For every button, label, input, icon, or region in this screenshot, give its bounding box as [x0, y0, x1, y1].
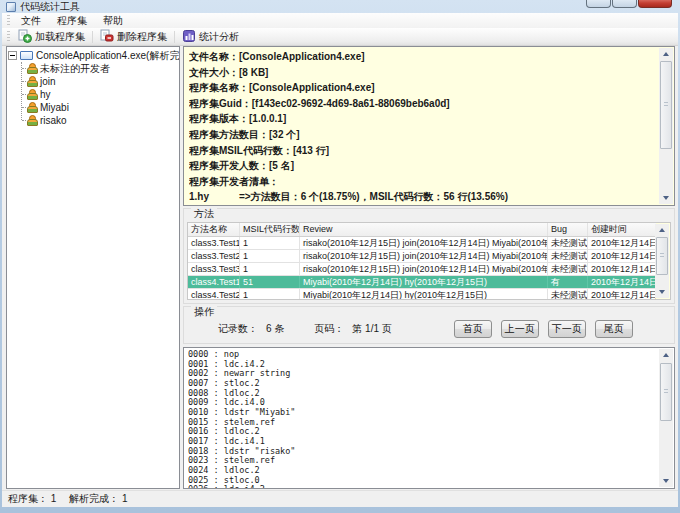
cell-review: risako(2010年12月15日) join(2010年12月14日) Mi…: [300, 263, 548, 275]
info-scrollbar[interactable]: [659, 48, 673, 204]
methods-table-rows: class3.Test1 1 risako(2010年12月15日) join(…: [188, 237, 656, 299]
methods-group: 方法 方法名称 MSIL代码行数 Review Bug 创建时间 cla: [183, 208, 675, 304]
statistics-label: 统计分析: [199, 30, 239, 44]
info-line: 1.hy =>方法数目：6 个(18.75%)，MSIL代码行数：56 行(13…: [189, 189, 656, 205]
pager-buttons: 首页 上一页 下一页 尾页: [454, 320, 633, 338]
scrollbar-thumb[interactable]: [656, 237, 668, 275]
developer-icon: [27, 102, 37, 113]
cell-review: risako(2010年12月15日) join(2010年12月14日) Mi…: [300, 250, 548, 262]
info-line: 程序集名称：[ConsoleApplication4.exe]: [189, 80, 656, 96]
minimize-button[interactable]: [586, 0, 611, 8]
info-line: 程序集开发者清单：: [189, 174, 656, 190]
cell-method-name: class3.Test3: [188, 263, 240, 275]
arrow-up-icon: [663, 52, 669, 56]
msil-code-panel[interactable]: 0000 : nop 0001 : ldc.i4.2 0002 : newarr…: [183, 347, 675, 489]
table-row[interactable]: class3.Test1 1 risako(2010年12月15日) join(…: [188, 237, 656, 250]
cell-msil-lines: 51: [240, 276, 300, 288]
load-assembly-button[interactable]: 加载程序集: [13, 29, 90, 45]
page-button[interactable]: 首页: [454, 320, 492, 338]
toolbar: 加载程序集 删除程序集 统计分析: [2, 28, 678, 46]
column-header-method-name[interactable]: 方法名称: [188, 223, 240, 236]
info-line: 程序集MSIL代码行数：[413 行]: [189, 143, 656, 159]
page-button[interactable]: 上一页: [501, 320, 539, 338]
cell-created: 2010年12月14日: [588, 237, 656, 249]
menu-assembly[interactable]: 程序集: [49, 13, 95, 29]
operations-group-label: 操作: [191, 306, 217, 318]
column-header-created[interactable]: 创建时间: [588, 223, 656, 236]
assembly-info-lines: 文件名称：[ConsoleApplication4.exe] 文件大小：[8 K…: [189, 49, 656, 205]
delete-assembly-label: 删除程序集: [117, 30, 167, 44]
cell-method-name: class3.Test2: [188, 250, 240, 262]
statistics-button[interactable]: 统计分析: [177, 29, 244, 45]
column-header-bug[interactable]: Bug: [548, 223, 588, 236]
scrollbar-thumb[interactable]: [660, 61, 672, 149]
cell-bug: 未经测试: [548, 289, 588, 299]
info-line: 程序集Guid：[f143ec02-9692-4d69-8a61-88069be…: [189, 96, 656, 112]
tree-item-label: risako: [40, 115, 67, 126]
table-row[interactable]: class4.Test1 51 Miyabi(2010年12月14日) hy(2…: [188, 276, 656, 289]
tree-item-developer[interactable]: Miyabi: [8, 101, 178, 114]
developer-icon: [27, 89, 37, 100]
methods-table-body: 方法名称 MSIL代码行数 Review Bug 创建时间 class3.Tes…: [188, 223, 656, 299]
toolbar-separator: [92, 31, 93, 43]
methods-group-label: 方法: [191, 208, 217, 220]
cell-method-name: class4.Test2: [188, 289, 240, 299]
tree-item-label: hy: [40, 89, 51, 100]
scroll-down-button[interactable]: [659, 192, 673, 204]
info-line: 文件大小：[8 KB]: [189, 65, 656, 81]
methods-table[interactable]: 方法名称 MSIL代码行数 Review Bug 创建时间 class3.Tes…: [187, 222, 671, 300]
cell-msil-lines: 1: [240, 289, 300, 299]
tree-item-developer[interactable]: 未标注的开发者: [8, 62, 178, 75]
cell-review: Miyabi(2010年12月14日) hy(2010年12月15日): [300, 276, 548, 288]
info-line: 程序集版本：[1.0.0.1]: [189, 111, 656, 127]
tree-item-developer[interactable]: hy: [8, 88, 178, 101]
tree-collapse-icon[interactable]: [8, 51, 17, 60]
scroll-up-button[interactable]: [659, 48, 673, 60]
scroll-up-button[interactable]: [655, 224, 669, 236]
status-text: 程序集： 1 解析完成： 1: [8, 492, 127, 506]
cell-msil-lines: 1: [240, 263, 300, 275]
scroll-down-button[interactable]: [659, 475, 673, 487]
tree-item-label: 未标注的开发者: [40, 62, 110, 76]
scrollbar-thumb[interactable]: [660, 363, 672, 421]
tree-root-label: ConsoleApplication4.exe(解析完成): [36, 49, 180, 63]
info-line: 程序集开发人数：[5 名]: [189, 158, 656, 174]
delete-assembly-button[interactable]: 删除程序集: [95, 29, 172, 45]
toolbar-grip: [7, 31, 10, 42]
tree-item-developer[interactable]: risako: [8, 114, 178, 127]
cell-created: 2010年12月14日: [588, 263, 656, 275]
page-button[interactable]: 尾页: [595, 320, 633, 338]
table-scrollbar[interactable]: [655, 224, 669, 298]
methods-table-header: 方法名称 MSIL代码行数 Review Bug 创建时间: [188, 223, 656, 237]
developer-icon: [27, 63, 37, 74]
column-header-msil-lines[interactable]: MSIL代码行数: [240, 223, 300, 236]
cell-review: Miyabi(2010年12月14日) hy(2010年12月15日): [300, 289, 548, 299]
client-area: 文件 程序集 帮助 加载程序集 删除程序集: [2, 13, 678, 507]
tree-root-assembly[interactable]: ConsoleApplication4.exe(解析完成): [8, 49, 178, 62]
cell-created: 2010年12月14日: [588, 289, 656, 299]
delete-assembly-icon: [100, 29, 114, 45]
page-button[interactable]: 下一页: [548, 320, 586, 338]
title-bar[interactable]: 代码统计工具: [0, 0, 680, 13]
maximize-button[interactable]: [612, 0, 637, 8]
close-button[interactable]: [638, 0, 672, 8]
window-title: 代码统计工具: [20, 0, 80, 14]
menu-help[interactable]: 帮助: [95, 13, 131, 29]
msil-code-lines: 0000 : nop 0001 : ldc.i4.2 0002 : newarr…: [188, 350, 656, 488]
scroll-up-button[interactable]: [659, 349, 673, 361]
cell-bug: 未经测试: [548, 237, 588, 249]
table-row[interactable]: class4.Test2 1 Miyabi(2010年12月14日) hy(20…: [188, 289, 656, 299]
table-row[interactable]: class3.Test3 1 risako(2010年12月15日) join(…: [188, 263, 656, 276]
tree-item-developer[interactable]: join: [8, 75, 178, 88]
assembly-tree[interactable]: ConsoleApplication4.exe(解析完成) 未标注的开发者 jo…: [6, 46, 180, 489]
menu-file[interactable]: 文件: [13, 13, 49, 29]
assembly-info-panel[interactable]: 文件名称：[ConsoleApplication4.exe] 文件大小：[8 K…: [183, 46, 675, 206]
table-row[interactable]: class3.Test2 1 risako(2010年12月15日) join(…: [188, 250, 656, 263]
cell-review: risako(2010年12月15日) join(2010年12月14日) Mi…: [300, 237, 548, 249]
code-scrollbar[interactable]: [659, 349, 673, 487]
page-value: 第 1/1 页: [352, 322, 391, 336]
column-header-review[interactable]: Review: [300, 223, 548, 236]
cell-bug: 未经测试: [548, 250, 588, 262]
toolbar-separator: [174, 31, 175, 43]
scroll-down-button[interactable]: [655, 286, 669, 298]
